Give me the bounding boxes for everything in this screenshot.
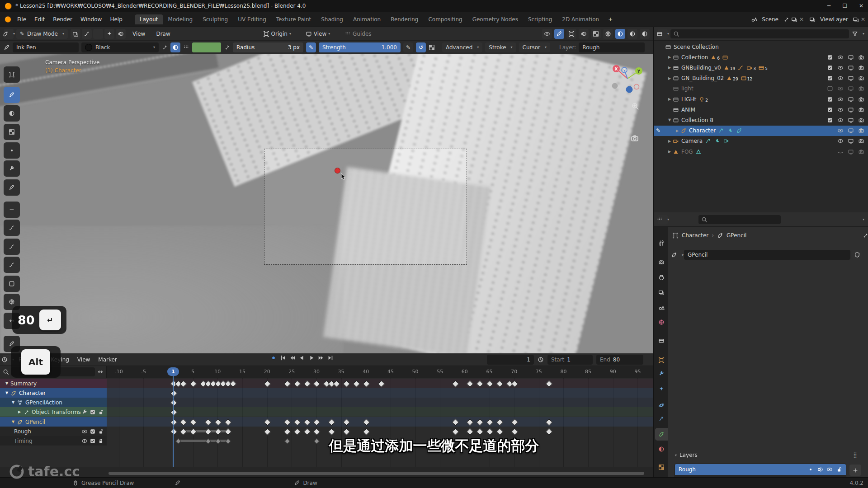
camera-toggle-icon[interactable] — [858, 107, 864, 113]
monitor-toggle-icon[interactable] — [848, 54, 854, 61]
outliner-row-light[interactable]: light — [654, 84, 868, 94]
channel-row-summary[interactable]: ▼ Summary — [0, 379, 653, 388]
modifier-channel-toggle[interactable] — [81, 409, 88, 415]
monitor-toggle-icon[interactable] — [848, 85, 854, 92]
zoom-icon[interactable] — [631, 102, 639, 112]
filter-chevron-icon[interactable]: ▾ — [863, 32, 864, 36]
cursor-dropdown[interactable]: Cursor▾ — [519, 42, 550, 52]
maximize-button[interactable]: ☐ — [842, 3, 847, 9]
workspace-tab-geometry-nodes[interactable]: Geometry Nodes — [467, 14, 523, 24]
uncheck-toggle-icon[interactable] — [827, 85, 833, 92]
workspace-tab-2d-animation[interactable]: 2D Animation — [557, 14, 604, 24]
channel-row-gpencilaction[interactable]: ▼ GPencilAction — [0, 398, 653, 407]
outliner-item-label[interactable]: Scene Collection — [674, 44, 719, 50]
monitor-toggle-icon[interactable] — [848, 117, 854, 123]
workspace-tab-compositing[interactable]: Compositing — [423, 14, 467, 24]
drawing-plane-dropdown[interactable]: View▾ — [306, 31, 330, 37]
eye-toggle-icon[interactable] — [837, 65, 844, 71]
gpencil-layer-rough[interactable]: Rough — [675, 464, 846, 475]
menu-render[interactable]: Render — [49, 15, 76, 24]
frame-end-field[interactable]: End80 — [596, 355, 643, 365]
eye-toggle-icon[interactable] — [837, 96, 844, 103]
properties-options-chevron[interactable]: ▾ — [863, 217, 864, 221]
eye-toggle-icon[interactable] — [837, 107, 844, 113]
outliner-row-collection-8[interactable]: ▼Collection 8 — [654, 115, 868, 125]
outliner-item-label[interactable]: ANIM — [681, 107, 695, 113]
expander-icon[interactable]: ▶ — [676, 129, 680, 133]
workspace-tab-modeling[interactable]: Modeling — [163, 14, 198, 24]
pan-hand-icon[interactable] — [631, 117, 639, 127]
viewport-3d[interactable]: Camera Perspective (1) Character X Y Z 8… — [0, 54, 653, 353]
add-workspace-button[interactable]: + — [604, 15, 617, 24]
timeline-menu-marker[interactable]: Marker — [94, 355, 121, 364]
expander-icon[interactable]: ▶ — [668, 139, 673, 143]
layer-dropdown[interactable]: Rough — [579, 42, 645, 52]
tool-tint-button[interactable] — [4, 142, 20, 159]
breadcrumb-data[interactable]: GPencil — [726, 232, 746, 239]
properties-tab-world[interactable] — [655, 316, 668, 328]
properties-tab-physics[interactable] — [655, 399, 668, 412]
check-toggle-icon[interactable] — [827, 65, 833, 71]
monitor-toggle-icon[interactable] — [848, 107, 854, 113]
copy-icon[interactable] — [853, 16, 859, 23]
overlays-dropdown-icon[interactable] — [579, 29, 589, 39]
expander-icon[interactable]: ▶ — [668, 66, 673, 70]
outliner-row-gnbuilding_v0[interactable]: ▶GNBuilding_v01935 — [654, 62, 868, 73]
channel-name-label[interactable]: Object Transforms — [32, 409, 81, 415]
breadcrumb-object[interactable]: Character — [682, 232, 708, 239]
play-button[interactable] — [308, 355, 315, 361]
tool-eyedropper-button[interactable] — [4, 179, 20, 196]
workspace-tab-animation[interactable]: Animation — [348, 14, 386, 24]
workspace-tab-texture-paint[interactable]: Texture Paint — [271, 14, 316, 24]
pin-icon[interactable] — [224, 44, 230, 51]
eye-toggle-icon[interactable] — [837, 54, 844, 61]
properties-tab-object[interactable] — [655, 354, 668, 366]
outliner-item-label[interactable]: Collection — [681, 54, 708, 61]
strength-slider[interactable]: Strength1.000 — [319, 42, 401, 52]
shading-material-icon[interactable] — [627, 29, 637, 39]
properties-tab-output[interactable] — [655, 271, 668, 284]
eye-toggle-icon[interactable] — [837, 127, 844, 134]
properties-editor-type-button[interactable]: ▾ — [658, 215, 668, 225]
multiframe-toggle-icon[interactable] — [71, 29, 80, 39]
outliner-item-label[interactable]: Character — [689, 127, 716, 134]
tool-fill-button[interactable] — [4, 105, 20, 122]
jump-to-start-button[interactable] — [280, 355, 286, 361]
pin-icon[interactable] — [161, 44, 168, 51]
id-type-button[interactable]: ▾ — [672, 250, 682, 260]
expander-icon[interactable]: ▶ — [668, 76, 673, 80]
expander-icon[interactable]: ▶ — [668, 150, 673, 154]
channel-name-label[interactable]: GPencilAction — [25, 399, 62, 406]
eye-toggle-icon[interactable] — [837, 138, 844, 144]
draw-menu[interactable]: Draw — [152, 29, 174, 38]
mode-dropdown[interactable]: ✎ Draw Mode▾ — [16, 29, 68, 39]
channel-row-rough[interactable]: Rough — [0, 427, 653, 436]
workspace-tab-shading[interactable]: Shading — [316, 14, 348, 24]
workspace-tab-sculpting[interactable]: Sculpting — [198, 14, 233, 24]
monitor-toggle-icon[interactable] — [848, 138, 854, 144]
workspace-tab-layout[interactable]: Layout — [135, 14, 163, 24]
current-frame-field[interactable]: 1 — [487, 355, 534, 365]
expander-icon[interactable]: ▶ — [668, 97, 673, 101]
properties-tab-texture[interactable] — [655, 461, 668, 474]
workspace-tab-uv-editing[interactable]: UV Editing — [233, 14, 271, 24]
timeline-scrollbar[interactable] — [108, 472, 644, 475]
eye-toggle-icon[interactable] — [837, 85, 844, 92]
outliner-editor-type-button[interactable]: ▾ — [658, 29, 668, 39]
stroke-placement-dropdown[interactable]: Origin▾ — [263, 31, 291, 37]
timeline-menu-view[interactable]: View — [73, 355, 94, 364]
check-toggle-icon[interactable] — [827, 96, 833, 103]
guides-dropdown[interactable]: Guides — [344, 31, 371, 37]
editor-type-button[interactable]: ▾ — [4, 29, 14, 39]
check-toggle-icon[interactable] — [827, 107, 833, 113]
properties-tab-collection[interactable] — [655, 334, 668, 347]
view-menu[interactable]: View — [128, 29, 149, 38]
interpolate-toggle-toggle-icon[interactable] — [82, 29, 92, 39]
radius-pressure-toggle[interactable]: ✎ — [306, 42, 316, 52]
check-toggle-icon[interactable] — [827, 54, 833, 61]
shading-solid-icon[interactable] — [615, 29, 625, 39]
camera-toggle-icon[interactable] — [858, 138, 864, 144]
camera-toggle-icon[interactable] — [858, 85, 864, 92]
outliner-row-collection[interactable]: ▶Collection6 — [654, 52, 868, 62]
unlock-toggle-icon[interactable] — [836, 466, 842, 473]
